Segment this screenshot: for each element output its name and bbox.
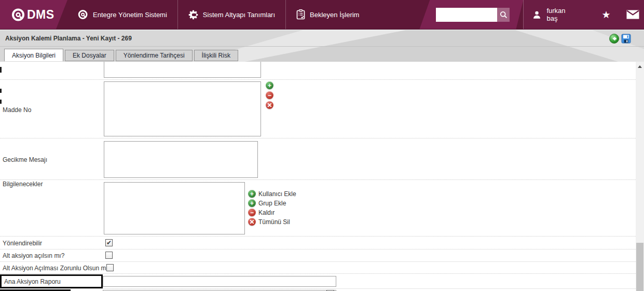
save-icon[interactable] xyxy=(621,34,631,44)
action-label: Grup Ekle xyxy=(258,200,286,207)
left-edge-mark xyxy=(0,67,2,73)
user-icon xyxy=(532,10,542,20)
user-menu[interactable]: furkan baş xyxy=(532,7,565,22)
tab-bar: Aksiyon Bilgileri Ek Dosyalar Yönlendirm… xyxy=(0,47,644,61)
tab-label: Ek Dosyalar xyxy=(73,52,106,59)
left-edge-mark xyxy=(0,89,2,93)
kullanici-ekle-button[interactable]: + Kullanıcı Ekle xyxy=(248,190,296,198)
tab-iliskili-risk[interactable]: İlişkili Risk xyxy=(194,50,238,61)
mail-icon[interactable] xyxy=(626,10,639,19)
page-title: Aksiyon Kalemi Planlama - Yeni Kayıt - 2… xyxy=(5,35,132,42)
menu-item-label: Sistem Altyapı Tanımları xyxy=(203,11,275,19)
kaldir-button[interactable]: − Kaldır xyxy=(248,209,275,216)
menu-item-label: Entegre Yönetim Sistemi xyxy=(93,11,167,19)
delete-all-icon[interactable]: ✕ xyxy=(266,101,273,109)
menu-item-label: Bekleyen İşlerim xyxy=(310,11,359,19)
tab-aksiyon-bilgileri[interactable]: Aksiyon Bilgileri xyxy=(4,49,63,61)
gear-icon xyxy=(188,10,198,20)
row-separator xyxy=(0,261,636,262)
tab-yonlendirme-tarihcesi[interactable]: Yönlendirme Tarihçesi xyxy=(116,50,193,61)
scroll-up-arrow[interactable] xyxy=(638,65,642,68)
page-header: Aksiyon Kalemi Planlama - Yeni Kayıt - 2… xyxy=(0,30,644,62)
add-user-icon: + xyxy=(248,190,256,198)
back-button[interactable] xyxy=(609,34,619,44)
tab-label: Aksiyon Bilgileri xyxy=(12,52,56,59)
yonlendirebilir-label: Yönlendirebilir xyxy=(3,240,42,247)
yonlendirebilir-checkbox[interactable]: ✔ xyxy=(105,239,113,246)
scrollbar-thumb[interactable] xyxy=(636,243,643,291)
bilgilenecekler-label: Bilgilenecekler xyxy=(3,181,43,188)
top-partial-field[interactable] xyxy=(104,62,261,78)
gecikme-mesaji-label: Gecikme Mesajı xyxy=(3,156,47,163)
navbar-search-area xyxy=(419,0,523,29)
action-label: Kaldır xyxy=(258,209,275,216)
gecikme-mesaji-textarea[interactable] xyxy=(104,141,258,178)
search-button[interactable] xyxy=(497,8,510,22)
vertical-scrollbar[interactable] xyxy=(636,62,644,291)
row-separator xyxy=(0,79,636,80)
action-label: Kullanıcı Ekle xyxy=(258,190,296,198)
search-input[interactable] xyxy=(436,8,497,22)
row-separator xyxy=(0,249,636,250)
bilgilenecekler-listbox[interactable] xyxy=(104,182,245,234)
clipboard-check-icon xyxy=(296,9,305,20)
favorites-icon[interactable]: ★ xyxy=(602,10,611,20)
row-separator xyxy=(0,236,636,237)
menu-item-entegre-yonetim-sistemi[interactable]: Entegre Yönetim Sistemi xyxy=(67,0,177,29)
remove-icon[interactable]: − xyxy=(266,91,273,99)
ana-aksiyon-raporu-highlight: Ana Aksiyon Raporu xyxy=(0,274,103,288)
row-separator xyxy=(0,288,636,289)
alt-aksiyon-zorunlu-label: Alt Aksiyon Açılması Zorunlu Olsun mu? xyxy=(3,265,113,272)
alt-aksiyon-zorunlu-checkbox[interactable] xyxy=(106,264,114,271)
search-icon xyxy=(500,11,508,19)
row-separator xyxy=(0,179,636,180)
row-separator xyxy=(0,138,636,138)
tab-ek-dosyalar[interactable]: Ek Dosyalar xyxy=(65,50,114,61)
action-label: Tümünü Sil xyxy=(258,218,290,226)
tab-label: Yönlendirme Tarihçesi xyxy=(124,52,185,59)
alt-aksiyon-acilsin-label: Alt aksiyon açılsın mı? xyxy=(3,252,64,259)
qdms-logo-text: DMS xyxy=(27,8,54,22)
madde-no-actions: + − ✕ xyxy=(266,81,273,109)
menu-item-bekleyen-islerim[interactable]: Bekleyen İşlerim xyxy=(285,0,369,29)
alt-aksiyon-acilsin-checkbox[interactable] xyxy=(105,252,113,259)
checkmark: ✔ xyxy=(106,240,112,246)
qdms-mark-icon xyxy=(78,9,88,20)
menu-item-sistem-altyapi-tanimlari[interactable]: Sistem Altyapı Tanımları xyxy=(177,0,285,29)
form-content: Madde No + − ✕ Gecikme Mesajı Bilgilenec… xyxy=(0,62,636,291)
navbar-user-section: furkan baş ★ TR xyxy=(523,0,644,29)
user-name: furkan baş xyxy=(546,7,565,22)
add-icon[interactable]: + xyxy=(266,81,273,89)
qdms-logo-icon xyxy=(11,8,25,22)
grup-ekle-button[interactable]: + Grup Ekle xyxy=(248,199,286,207)
add-group-icon: + xyxy=(248,199,256,207)
tab-label: İlişkili Risk xyxy=(202,52,230,59)
left-edge-mark xyxy=(0,100,2,104)
ana-aksiyon-raporu-input[interactable] xyxy=(103,276,336,287)
remove-icon: − xyxy=(248,209,256,216)
madde-no-listbox[interactable] xyxy=(104,81,261,136)
top-navbar: DMS Entegre Yönetim Sistemi Sistem Altya… xyxy=(0,0,644,30)
row-separator xyxy=(0,273,636,274)
tumunu-sil-button[interactable]: ✕ Tümünü Sil xyxy=(248,218,290,226)
madde-no-label: Madde No xyxy=(3,106,31,114)
delete-all-icon: ✕ xyxy=(248,218,256,226)
ana-aksiyon-raporu-label: Ana Aksiyon Raporu xyxy=(4,278,61,285)
qdms-logo[interactable]: DMS xyxy=(0,0,67,29)
title-bar: Aksiyon Kalemi Planlama - Yeni Kayıt - 2… xyxy=(0,30,644,47)
